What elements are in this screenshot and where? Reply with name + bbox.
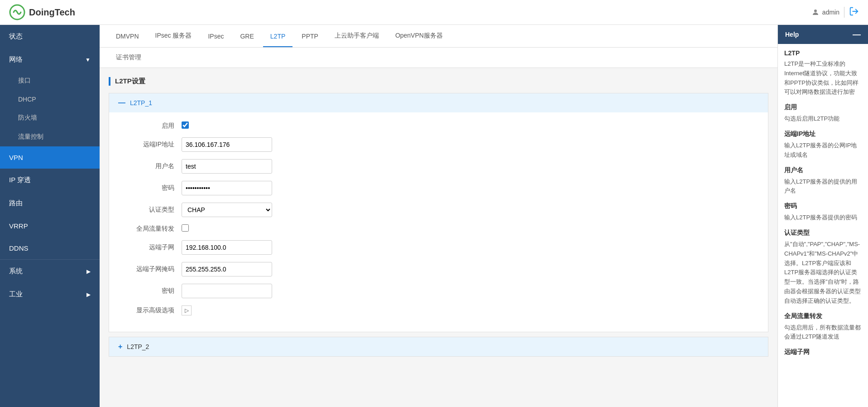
expand-icon: + xyxy=(118,343,122,351)
remote-ip-wrapper xyxy=(182,137,272,152)
advanced-wrapper: ▷ xyxy=(182,305,192,315)
content-area: DMVPN IPsec 服务器 IPsec GRE L2TP PPTP 上云助手… xyxy=(100,25,777,407)
help-section-username-title: 用户名 xyxy=(784,166,862,174)
auth-type-wrapper: 自动 PAP CHAP MS-CHAPv1 MS-CHAPv2 xyxy=(182,203,272,217)
tab-gre[interactable]: GRE xyxy=(233,26,261,47)
sidebar-item-network[interactable]: 网络 ▼ xyxy=(0,48,100,71)
username-form-label: 用户名 xyxy=(127,162,182,170)
sub-tab-cert[interactable]: 证书管理 xyxy=(109,49,149,66)
tab-cloud-client[interactable]: 上云助手客户端 xyxy=(327,25,386,47)
sidebar-item-system[interactable]: 系统 ▶ xyxy=(0,260,100,283)
form-row-remote-mask: 远端子网掩码 xyxy=(127,262,750,276)
secret-label: 密钥 xyxy=(127,287,182,295)
remote-subnet-label: 远端子网 xyxy=(127,243,182,252)
tab-pptp[interactable]: PPTP xyxy=(294,26,326,47)
chevron-down-icon: ▼ xyxy=(85,57,91,63)
sidebar: 状态 网络 ▼ 接口 DHCP 防火墙 流量控制 VPN IP 穿透 路由 VR… xyxy=(0,25,100,407)
tab-openvpn-server[interactable]: OpenVPN服务器 xyxy=(388,25,450,47)
form-row-enable: 启用 xyxy=(127,121,750,130)
l2tp-2-title: L2TP_2 xyxy=(127,343,149,350)
tab-dmvpn[interactable]: DMVPN xyxy=(109,26,146,47)
collapse-icon: — xyxy=(118,99,125,107)
help-section-globalfwd-title: 全局流量转发 xyxy=(784,312,862,320)
sidebar-item-ddns[interactable]: DDNS xyxy=(0,237,100,259)
sidebar-item-vpn[interactable]: VPN xyxy=(0,146,100,169)
sidebar-item-status[interactable]: 状态 xyxy=(0,25,100,48)
form-row-username: 用户名 xyxy=(127,159,750,174)
username-input[interactable] xyxy=(182,159,272,174)
form-row-auth-type: 认证类型 自动 PAP CHAP MS-CHAPv1 MS-CHAPv2 xyxy=(127,203,750,217)
remote-subnet-input[interactable] xyxy=(182,240,272,255)
sidebar-item-interface[interactable]: 接口 xyxy=(0,71,100,90)
header-divider xyxy=(844,7,844,18)
auth-type-label: 认证类型 xyxy=(127,206,182,214)
form-row-global-forward: 全局流量转发 xyxy=(127,224,750,233)
tab-l2tp[interactable]: L2TP xyxy=(263,26,293,47)
form-row-password: 密码 xyxy=(127,181,750,195)
user-icon xyxy=(811,8,820,16)
l2tp-1-accordion: — L2TP_1 启用 远端IP地址 xyxy=(109,93,768,332)
l2tp-1-title: L2TP_1 xyxy=(130,99,152,107)
sidebar-item-dhcp[interactable]: DHCP xyxy=(0,90,100,108)
help-content: L2TP L2TP是一种工业标准的Internet隧道协议，功能大致和PPTP协… xyxy=(778,44,868,364)
sidebar-item-industry[interactable]: 工业 ▶ xyxy=(0,283,100,306)
help-section-username-text: 输入L2TP服务器的提供的用户名 xyxy=(784,177,862,196)
logout-button[interactable] xyxy=(849,6,859,19)
l2tp-1-header[interactable]: — L2TP_1 xyxy=(109,93,768,112)
help-title: Help xyxy=(785,31,799,38)
help-section-enable-title: 启用 xyxy=(784,103,862,111)
remote-mask-wrapper xyxy=(182,262,272,276)
main-layout: 状态 网络 ▼ 接口 DHCP 防火墙 流量控制 VPN IP 穿透 路由 VR… xyxy=(0,25,868,407)
form-row-secret: 密钥 xyxy=(127,284,750,298)
sidebar-item-traffic[interactable]: 流量控制 xyxy=(0,127,100,146)
form-row-remote-ip: 远端IP地址 xyxy=(127,137,750,152)
l2tp-2-header[interactable]: + L2TP_2 xyxy=(109,337,768,356)
section-title: L2TP设置 xyxy=(109,77,768,86)
help-panel: Help — L2TP L2TP是一种工业标准的Internet隧道协议，功能大… xyxy=(777,25,868,407)
tab-ipsec[interactable]: IPsec xyxy=(201,26,231,47)
tab-ipsec-server[interactable]: IPsec 服务器 xyxy=(148,25,199,47)
help-section-password-text: 输入L2TP服务器提供的密码 xyxy=(784,213,862,223)
l2tp-1-body: 启用 远端IP地址 用户名 xyxy=(109,112,768,332)
help-section-remotesubnet-title: 远端子网 xyxy=(784,348,862,356)
header: DoingTech admin xyxy=(0,0,868,25)
global-forward-wrapper xyxy=(182,224,189,233)
chevron-right-icon: ▶ xyxy=(86,268,91,275)
remote-mask-input[interactable] xyxy=(182,262,272,276)
sub-tab-bar: 证书管理 xyxy=(100,48,777,68)
help-header: Help — xyxy=(778,25,868,44)
help-section-authtype-title: 认证类型 xyxy=(784,229,862,237)
page-content: L2TP设置 — L2TP_1 启用 xyxy=(100,68,777,407)
logo: DoingTech xyxy=(9,4,75,20)
logo-text: DoingTech xyxy=(29,7,75,18)
form-row-advanced: 显示高级选项 ▷ xyxy=(127,305,750,315)
logo-icon xyxy=(9,4,25,20)
help-section-password-title: 密码 xyxy=(784,202,862,210)
user-info: admin xyxy=(811,8,839,16)
password-input[interactable] xyxy=(182,181,272,195)
advanced-toggle-button[interactable]: ▷ xyxy=(182,305,192,315)
sidebar-item-iptunnel[interactable]: IP 穿透 xyxy=(0,169,100,192)
username-wrapper xyxy=(182,159,272,174)
enable-checkbox[interactable] xyxy=(182,121,189,129)
sidebar-item-vrrp[interactable]: VRRP xyxy=(0,215,100,237)
remote-ip-input[interactable] xyxy=(182,137,272,152)
password-wrapper xyxy=(182,181,272,195)
chevron-right-icon-2: ▶ xyxy=(86,291,91,298)
help-section-remoteip-title: 远端IP地址 xyxy=(784,130,862,138)
secret-input[interactable] xyxy=(182,284,272,298)
username-label: admin xyxy=(822,9,839,16)
global-forward-checkbox[interactable] xyxy=(182,224,189,232)
secret-wrapper xyxy=(182,284,272,298)
help-section-l2tp-title: L2TP xyxy=(784,49,862,57)
auth-type-select[interactable]: 自动 PAP CHAP MS-CHAPv1 MS-CHAPv2 xyxy=(182,203,272,217)
tab-bar: DMVPN IPsec 服务器 IPsec GRE L2TP PPTP 上云助手… xyxy=(100,25,777,48)
sidebar-item-firewall[interactable]: 防火墙 xyxy=(0,108,100,127)
sidebar-item-route[interactable]: 路由 xyxy=(0,192,100,215)
enable-checkbox-wrapper xyxy=(182,121,189,130)
password-label: 密码 xyxy=(127,184,182,192)
help-minimize-button[interactable]: — xyxy=(853,30,861,39)
remote-mask-label: 远端子网掩码 xyxy=(127,265,182,273)
global-forward-label: 全局流量转发 xyxy=(127,225,182,233)
form-row-remote-subnet: 远端子网 xyxy=(127,240,750,255)
